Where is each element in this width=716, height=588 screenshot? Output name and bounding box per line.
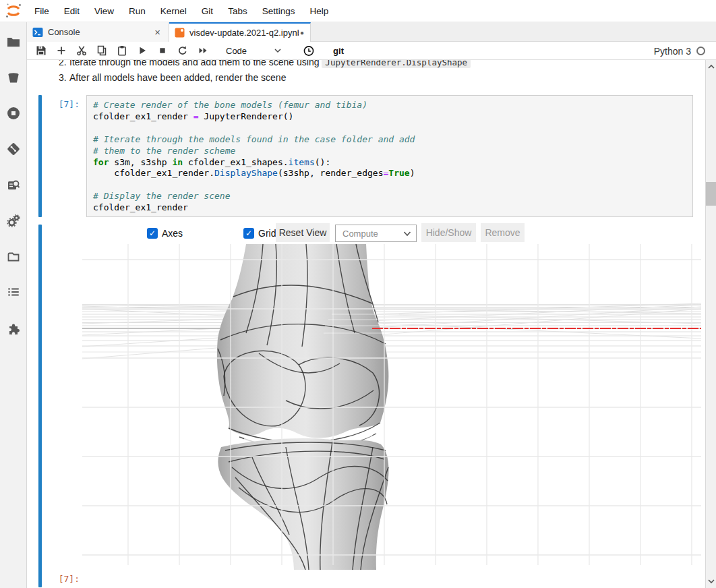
run-icon[interactable] [137, 45, 148, 56]
paste-icon[interactable] [117, 45, 127, 56]
notebook-panel: 2. Iterate through the models and add th… [27, 60, 705, 588]
stop-icon[interactable] [157, 45, 168, 56]
scene-grid [82, 244, 701, 565]
grid-checkbox[interactable]: ✓ [243, 228, 254, 239]
bone-render-scene [82, 244, 701, 570]
compute-dropdown-value: Compute [342, 229, 378, 239]
copy-icon[interactable] [96, 45, 107, 56]
gears-icon[interactable] [3, 210, 24, 231]
kernel-name: Python 3 [654, 46, 691, 57]
menu-tabs[interactable]: Tabs [220, 0, 255, 22]
tibia-model [218, 438, 388, 570]
compute-dropdown[interactable]: Compute [335, 225, 417, 242]
md-list-number: 2. [59, 60, 67, 69]
tab-console-label: Console [48, 27, 80, 37]
dock-tab-bar: Console × visdev-update.2021-q2.ipynb ● [27, 22, 716, 42]
menu-edit[interactable]: Edit [57, 0, 87, 22]
notebook-toolbar: Code git Python 3 [27, 42, 716, 60]
open-tabs-icon[interactable] [3, 245, 24, 267]
md-list-number: 3. [59, 71, 67, 84]
md-list-item-2: Iterate through the models and add them … [69, 60, 471, 69]
bucket-icon[interactable] [3, 67, 24, 88]
md-list-item-3: After all models have been added, render… [69, 71, 286, 84]
git-toolbar-button[interactable]: git [333, 46, 344, 56]
restart-icon[interactable] [177, 45, 188, 56]
menu-settings[interactable]: Settings [255, 0, 303, 22]
menu-bar: File Edit View Run Kernel Git Tabs Setti… [0, 0, 716, 22]
unsaved-changes-dot: ● [300, 29, 304, 36]
kernel-indicator[interactable]: Python 3 [654, 42, 705, 60]
tab-notebook-label: visdev-update.2021-q2.ipynb [189, 28, 299, 38]
left-sidebar [0, 22, 27, 588]
console-icon [32, 27, 43, 38]
save-icon[interactable] [36, 45, 47, 56]
3d-render-viewport[interactable] [82, 244, 701, 570]
active-cell-indicator[interactable] [38, 95, 42, 217]
vertical-scrollbar[interactable] [705, 60, 716, 588]
ground-grid [82, 303, 701, 359]
table-of-contents-icon[interactable] [3, 281, 24, 303]
folder-icon[interactable] [3, 31, 24, 53]
menu-view[interactable]: View [87, 0, 121, 22]
reset-view-button[interactable]: Reset View [276, 223, 330, 242]
tab-notebook-active[interactable]: visdev-update.2021-q2.ipynb ● [169, 22, 311, 42]
cell-type-dropdown[interactable]: Code [226, 46, 247, 56]
run-all-icon[interactable] [198, 45, 208, 56]
md-inline-code: JupyterRenderer.DisplayShape [322, 60, 471, 68]
kernel-status-icon [696, 47, 705, 55]
scroll-down-icon[interactable] [706, 576, 716, 587]
md-item3-text: After all models have been added, render… [69, 72, 286, 83]
clock-icon[interactable] [303, 45, 314, 56]
md-item2-text: Iterate through the models and add them … [69, 60, 322, 67]
jupyter-logo [0, 0, 27, 22]
extension-icon[interactable] [3, 317, 24, 339]
grid-checkbox-label: Grid [258, 228, 276, 239]
scrollbar-thumb[interactable] [706, 182, 716, 206]
chevron-down-icon[interactable] [272, 45, 283, 56]
scroll-up-icon[interactable] [706, 61, 716, 72]
output-prompt: [7]: [27, 574, 80, 584]
code-lines: # Create render of the bone models (femu… [93, 100, 692, 214]
code-cell-editor[interactable]: # Create render of the bone models (femu… [86, 95, 693, 217]
menu-git[interactable]: Git [194, 0, 220, 22]
inspector-icon[interactable] [3, 174, 24, 196]
running-kernels-icon[interactable] [3, 102, 24, 124]
output-cell-indicator[interactable] [38, 225, 42, 587]
git-icon[interactable] [3, 138, 24, 160]
axes-checkbox-label: Axes [162, 228, 183, 239]
hide-show-button[interactable]: Hide/Show [421, 223, 476, 242]
menu-file[interactable]: File [27, 0, 57, 22]
menu-kernel[interactable]: Kernel [153, 0, 194, 22]
close-icon[interactable]: × [152, 26, 163, 38]
notebook-icon [175, 28, 185, 38]
femur-model [217, 244, 389, 450]
axes-checkbox[interactable]: ✓ [147, 228, 158, 239]
menu-help[interactable]: Help [302, 0, 336, 22]
cut-icon[interactable] [76, 45, 87, 56]
input-prompt: [7]: [27, 99, 80, 109]
menu-run[interactable]: Run [121, 0, 153, 22]
chevron-down-icon [403, 230, 411, 238]
tab-console[interactable]: Console × [27, 22, 169, 42]
add-cell-icon[interactable] [56, 45, 67, 56]
remove-button[interactable]: Remove [481, 223, 525, 242]
